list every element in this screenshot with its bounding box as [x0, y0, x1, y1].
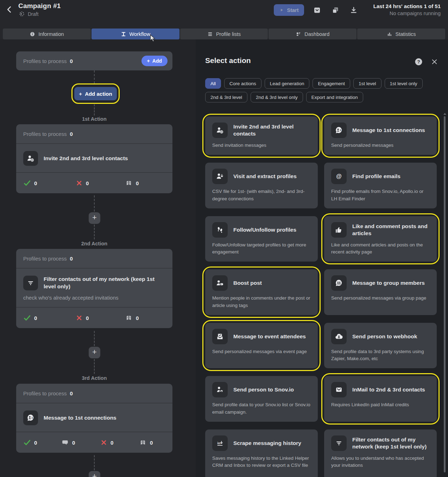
- workflow-icon: [121, 31, 126, 37]
- select-action-panel: Select action ? All Core actions Lead ge…: [196, 39, 448, 477]
- message-1st-icon: 1: [23, 410, 38, 425]
- tab-statistics[interactable]: Statistics: [357, 29, 445, 39]
- insert-action-button[interactable]: +: [89, 347, 100, 358]
- at-sign-icon: @: [331, 169, 347, 184]
- action-card-visit-extract[interactable]: Visit and extract profiles CSV file for …: [205, 163, 318, 208]
- cross-icon: [100, 439, 107, 446]
- add-action-highlight: + Add action: [71, 83, 120, 104]
- cross-icon: [76, 180, 83, 187]
- failed-counter: 0: [76, 308, 89, 328]
- filter-chip-lead-generation[interactable]: Lead generation: [265, 78, 310, 89]
- svg-text:1: 1: [340, 128, 341, 132]
- svg-text:in: in: [217, 441, 221, 445]
- visit-extract-icon: [212, 169, 228, 184]
- action-card-message-group[interactable]: Message to group members Send personaliz…: [324, 269, 437, 315]
- plus-icon: +: [147, 58, 150, 64]
- failed-counter: 0: [100, 432, 113, 453]
- thumb-up-icon: [331, 222, 347, 238]
- inmail-envelope-icon: [331, 382, 347, 397]
- action-card-boost-post[interactable]: Boost post Mention people in comments un…: [205, 269, 318, 315]
- duplicate-campaign-icon[interactable]: [331, 6, 340, 14]
- scrape-inbox-icon: in: [212, 435, 228, 451]
- list-icon: [207, 31, 213, 37]
- step-card-invite[interactable]: Profiles to process 0 Invite 2nd and 3rd…: [16, 124, 172, 193]
- svg-text:1: 1: [31, 416, 33, 419]
- filter-chip-engagement[interactable]: Engagement: [313, 78, 350, 89]
- action-card-follow-unfollow[interactable]: Follow/Unfollow profiles Follow/Unfollow…: [205, 216, 318, 262]
- invite-person-add-icon: [23, 151, 38, 166]
- add-profiles-button[interactable]: + Add: [141, 56, 168, 66]
- campaigns-running-status: No campaigns running: [390, 11, 441, 16]
- svg-text:?: ?: [417, 59, 420, 64]
- filter-chip-1st-level[interactable]: 1st level: [353, 78, 381, 89]
- check-icon: [23, 314, 31, 322]
- filter-chip-core-actions[interactable]: Core actions: [224, 78, 261, 89]
- action-card-webhook[interactable]: Send person to webhook Send profile data…: [324, 323, 437, 369]
- action-card-message-event[interactable]: Message to event attendees Send personal…: [205, 323, 318, 369]
- action-card-filter-network[interactable]: Filter contacts out of my network (keep …: [324, 429, 437, 477]
- start-button[interactable]: Start: [274, 4, 304, 16]
- dashboard-icon: [296, 31, 301, 37]
- scrollbar-up-arrow[interactable]: [443, 113, 446, 115]
- profiles-queue-card: Profiles to process 0 + Add: [16, 51, 172, 70]
- plus-icon: +: [79, 91, 82, 97]
- step-card-message-1st[interactable]: Profiles to process 0 1 Message to 1st c…: [16, 384, 172, 453]
- chat-bubble-icon: [62, 439, 69, 446]
- connector-line: [94, 225, 95, 239]
- filter-icon: [23, 276, 38, 290]
- last-actions-counter: Last 24 hrs' actions 1 of 51: [373, 3, 441, 9]
- campaign-status: Draft: [18, 11, 38, 17]
- filter-chip-export-integration[interactable]: Export and integration: [306, 92, 363, 102]
- skipped-counter: 0: [125, 173, 139, 193]
- status-label: Draft: [28, 11, 38, 17]
- connector-line: [94, 195, 95, 212]
- step-order-label: 2nd Action: [66, 241, 122, 246]
- insert-action-button[interactable]: +: [89, 471, 100, 477]
- draft-status-icon: [18, 11, 25, 17]
- bar-chart-icon: [387, 31, 392, 37]
- tab-workflow[interactable]: Workflow: [92, 29, 179, 39]
- help-icon[interactable]: ?: [415, 58, 423, 66]
- action-card-invite-2nd-3rd[interactable]: Invite 2nd and 3rd level contacts Send i…: [205, 117, 318, 155]
- filter-chip-2nd-3rd-level[interactable]: 2nd & 3rd level: [205, 92, 247, 102]
- action-filter-chips: All Core actions Lead generation Engagem…: [205, 78, 423, 102]
- failed-counter: 0: [76, 173, 89, 193]
- svg-text:@: @: [336, 173, 342, 179]
- connector-line: [94, 359, 95, 374]
- action-card-message-1st[interactable]: 1 Message to 1st connections Send person…: [324, 117, 437, 155]
- action-card-inmail[interactable]: InMail to 2nd & 3rd contacts Requires Li…: [324, 376, 437, 422]
- successful-counter: 0: [23, 308, 37, 328]
- connector-line: [94, 70, 95, 83]
- tab-bar: Information Workflow Profile lists Dashb…: [3, 29, 445, 39]
- download-icon[interactable]: [349, 6, 358, 14]
- replies-counter: 0: [62, 432, 75, 453]
- pages-icon: [139, 439, 147, 446]
- info-icon: [30, 31, 35, 37]
- archive-campaign-icon[interactable]: [313, 6, 321, 14]
- filter-chip-2nd-3rd-level-only[interactable]: 2nd & 3rd level only: [251, 92, 303, 102]
- action-card-scrape-history[interactable]: in Scrape messaging history Saves messag…: [205, 429, 318, 477]
- insert-action-button[interactable]: +: [89, 212, 100, 224]
- action-card-find-emails[interactable]: @ Find profile emails Find profile email…: [324, 163, 437, 208]
- snovio-person-icon: [212, 382, 228, 397]
- tab-profile-lists[interactable]: Profile lists: [180, 29, 268, 39]
- action-card-snovio[interactable]: Send person to Snov.io Send profile data…: [205, 376, 318, 422]
- event-envelope-icon: [212, 329, 228, 344]
- tab-dashboard[interactable]: Dashboard: [269, 29, 356, 39]
- action-card-like-comment[interactable]: Like and comment posts and articles Like…: [324, 216, 437, 262]
- action-card-grid: Invite 2nd and 3rd level contacts Send i…: [205, 117, 437, 477]
- scrollbar-thumb[interactable]: [444, 116, 446, 472]
- add-action-button[interactable]: + Add action: [74, 87, 117, 100]
- connector-line: [94, 455, 95, 470]
- pages-icon: [125, 179, 133, 187]
- step-order-label: 3rd Action: [66, 375, 122, 381]
- step-card-filter[interactable]: Profiles to process 0 Filter contacts ou…: [16, 249, 172, 328]
- back-button[interactable]: [5, 5, 14, 14]
- successful-counter: 0: [23, 432, 37, 453]
- invite-person-add-icon: [212, 123, 228, 138]
- filter-chip-1st-level-only[interactable]: 1st level only: [385, 78, 423, 89]
- connector-line: [94, 331, 95, 346]
- close-icon[interactable]: [431, 58, 438, 65]
- tab-information[interactable]: Information: [3, 29, 91, 39]
- filter-chip-all[interactable]: All: [205, 78, 221, 89]
